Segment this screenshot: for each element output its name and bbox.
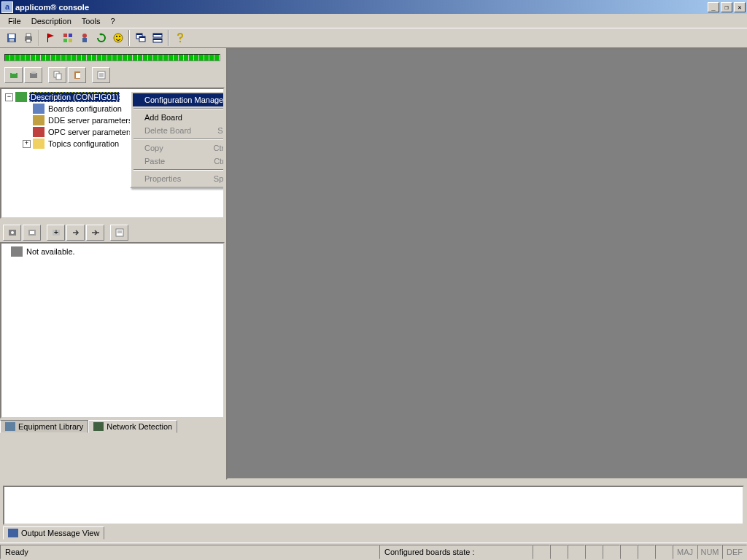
ctx-add-board[interactable]: Add Board Ins bbox=[133, 111, 225, 124]
svg-point-14 bbox=[116, 36, 117, 37]
ctx-paste: Paste Ctrl+V bbox=[133, 155, 225, 168]
menu-file[interactable]: File bbox=[3, 15, 26, 27]
app-icon: a bbox=[1, 1, 13, 13]
title-bar: a applicom® console _ ❐ ✕ bbox=[0, 0, 747, 14]
small-btn-copy[interactable] bbox=[48, 67, 66, 83]
tree-item-label: Not available. bbox=[25, 246, 77, 257]
svg-rect-32 bbox=[76, 73, 80, 78]
ctx-properties: Properties Space bbox=[133, 172, 225, 185]
svg-rect-19 bbox=[139, 36, 145, 38]
status-boards-state: Configured boards state : bbox=[379, 545, 533, 559]
left-panel: − Description (CONFIG01) Boards configur… bbox=[0, 48, 226, 480]
progress-bar bbox=[4, 54, 220, 61]
svg-rect-28 bbox=[31, 71, 36, 74]
status-ready: Ready bbox=[0, 545, 379, 559]
restore-button[interactable]: ❐ bbox=[721, 2, 732, 12]
collapse-icon[interactable]: − bbox=[5, 93, 13, 101]
upper-small-toolbar bbox=[3, 66, 222, 85]
opc-icon bbox=[33, 127, 44, 137]
config-icon bbox=[15, 92, 27, 102]
lower-btn-insert[interactable]: + bbox=[47, 225, 65, 241]
ctx-delete-board: Delete Board Supp bbox=[133, 124, 225, 137]
small-btn-1[interactable] bbox=[4, 67, 23, 83]
toolbar-help-button[interactable] bbox=[171, 30, 188, 46]
toolbar-config-button[interactable] bbox=[76, 30, 93, 46]
toolbar-smiley-button[interactable] bbox=[109, 30, 126, 46]
ctx-separator bbox=[133, 108, 225, 109]
lower-btn-next2[interactable] bbox=[86, 225, 104, 241]
ctx-shortcut: Ctrl+C bbox=[214, 144, 225, 152]
ctx-shortcut: Space bbox=[214, 174, 225, 183]
svg-rect-10 bbox=[69, 39, 72, 42]
svg-rect-26 bbox=[12, 71, 16, 74]
main-area: − Description (CONFIG01) Boards configur… bbox=[0, 48, 747, 480]
mdi-workspace bbox=[226, 48, 747, 480]
lower-btn-props[interactable] bbox=[110, 225, 128, 241]
menu-description[interactable]: Description bbox=[26, 15, 77, 27]
status-bar: Ready Configured boards state : MAJ NUM … bbox=[0, 542, 747, 560]
network-detect-icon bbox=[93, 422, 104, 431]
network-tree[interactable]: Not available. bbox=[0, 242, 225, 419]
tree-not-available[interactable]: Not available. bbox=[4, 246, 221, 257]
svg-rect-23 bbox=[153, 39, 162, 40]
ctx-label: Add Board bbox=[144, 113, 182, 122]
small-btn-paste[interactable] bbox=[68, 67, 86, 83]
tab-equipment-library[interactable]: Equipment Library bbox=[0, 420, 88, 433]
output-icon bbox=[8, 529, 18, 537]
tree-item-label: Topics configuration bbox=[47, 139, 120, 149]
config-tree[interactable]: − Description (CONFIG01) Boards configur… bbox=[0, 88, 225, 219]
svg-point-24 bbox=[179, 41, 180, 42]
tree-item-label: Boards configuration bbox=[47, 104, 123, 114]
status-blank bbox=[533, 545, 550, 559]
svg-rect-25 bbox=[10, 73, 18, 78]
tab-output-message[interactable]: Output Message View bbox=[3, 526, 104, 540]
svg-rect-8 bbox=[69, 34, 72, 37]
window-controls: _ ❐ ✕ bbox=[706, 2, 747, 12]
lower-btn-2[interactable] bbox=[23, 225, 41, 241]
svg-rect-27 bbox=[30, 73, 37, 78]
svg-rect-7 bbox=[63, 34, 67, 37]
output-area: Output Message View bbox=[0, 480, 747, 542]
svg-rect-30 bbox=[56, 74, 61, 79]
menu-help[interactable]: ? bbox=[105, 15, 120, 27]
svg-rect-9 bbox=[63, 39, 67, 42]
toolbar-save-button[interactable] bbox=[3, 30, 20, 46]
svg-rect-12 bbox=[82, 38, 87, 42]
toolbar-flag-button[interactable] bbox=[42, 30, 59, 46]
lower-btn-1[interactable] bbox=[3, 225, 21, 241]
tab-label: Network Detection bbox=[107, 422, 172, 431]
svg-rect-40 bbox=[30, 231, 34, 234]
svg-point-15 bbox=[119, 36, 120, 37]
tree-item-label: DDE server parameters bbox=[47, 115, 134, 125]
ctx-label: Paste bbox=[144, 157, 165, 166]
small-btn-2[interactable] bbox=[24, 67, 42, 83]
small-btn-properties[interactable] bbox=[92, 67, 110, 83]
ctx-label: Delete Board bbox=[144, 126, 191, 135]
close-button[interactable]: ✕ bbox=[734, 2, 746, 12]
expand-icon[interactable]: + bbox=[23, 140, 31, 148]
menu-tools[interactable]: Tools bbox=[77, 15, 106, 27]
ctx-config-manager[interactable]: Configuration Manager... bbox=[133, 93, 225, 106]
minimize-button[interactable]: _ bbox=[708, 2, 719, 12]
toolbar-cascade-button[interactable] bbox=[132, 30, 149, 46]
lower-btn-next[interactable] bbox=[66, 225, 85, 241]
toolbar-print-button[interactable] bbox=[20, 30, 36, 46]
tab-network-detection[interactable]: Network Detection bbox=[88, 420, 177, 433]
toolbar-tilehorz-button[interactable] bbox=[149, 30, 166, 46]
tab-label: Equipment Library bbox=[18, 422, 83, 431]
lower-small-toolbar: + bbox=[0, 222, 225, 242]
output-message-box[interactable] bbox=[3, 486, 744, 525]
toolbar-separator bbox=[168, 30, 169, 46]
svg-rect-6 bbox=[47, 34, 48, 42]
ctx-copy: Copy Ctrl+C bbox=[133, 141, 225, 155]
lower-tabs: Equipment Library Network Detection bbox=[0, 420, 225, 433]
ctx-separator bbox=[133, 169, 225, 171]
context-menu: Configuration Manager... Add Board Ins D… bbox=[130, 90, 225, 188]
toolbar-tools-button[interactable] bbox=[59, 30, 76, 46]
ctx-label: Copy bbox=[144, 144, 163, 152]
status-blank bbox=[550, 545, 568, 559]
toolbar-refresh-button[interactable] bbox=[93, 30, 109, 46]
upper-panel bbox=[0, 48, 225, 88]
dde-icon bbox=[33, 115, 44, 125]
ctx-label: Configuration Manager... bbox=[144, 96, 225, 104]
